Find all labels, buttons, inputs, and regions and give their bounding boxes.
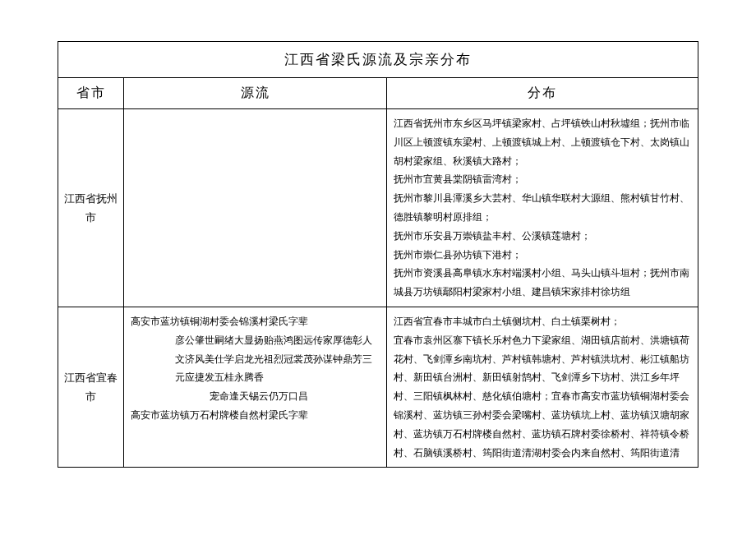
distribution-line: 抚州市宜黄县棠阴镇雷湾村；: [394, 170, 691, 189]
distribution-cell: 江西省抚州市东乡区马坪镇梁家村、占坪镇铁山村秋墟组；抚州市临川区上顿渡镇东梁村、…: [387, 109, 698, 307]
distribution-line: 江西省抚州市东乡区马坪镇梁家村、占坪镇铁山村秋墟组；抚州市临川区上顿渡镇东梁村、…: [394, 114, 691, 170]
title-row: 江西省梁氏源流及宗亲分布: [58, 42, 698, 78]
source-line: 彦公肇世嗣绪大显扬贻燕鸿图远传家厚德彰人文济风美仕学启龙光祖烈冠裳茂孙谋钟鼎芳三…: [131, 331, 380, 387]
source-line: 宠命逢天锡云仍万口昌: [131, 387, 380, 406]
table-title: 江西省梁氏源流及宗亲分布: [58, 42, 698, 78]
header-distribution: 分布: [387, 78, 698, 109]
table-row: 江西省宜春市 高安市蓝坊镇铜湖村委会锦溪村梁氏字辈 彦公肇世嗣绪大显扬贻燕鸿图远…: [58, 307, 698, 467]
distribution-line: 宜春市袁州区寨下镇长乐村色力下梁家组、湖田镇店前村、洪塘镇荷花村、飞剑潭乡南坑村…: [394, 331, 691, 463]
distribution-line: 抚州市乐安县万崇镇盐丰村、公溪镇莲塘村；: [394, 227, 691, 246]
province-cell: 江西省抚州市: [58, 109, 124, 307]
source-line: 高安市蓝坊镇万石村牌楼自然村梁氏字辈: [131, 406, 380, 425]
distribution-line: 抚州市黎川县潭溪乡大芸村、华山镇华联村大源组、熊村镇甘竹村、德胜镇黎明村原排组；: [394, 189, 691, 227]
header-row: 省市 源流 分布: [58, 78, 698, 109]
distribution-cell: 江西省宜春市丰城市白土镇侧坑村、白土镇栗树村；宜春市袁州区寨下镇长乐村色力下梁家…: [387, 307, 698, 467]
header-source: 源流: [124, 78, 387, 109]
header-province: 省市: [58, 78, 124, 109]
genealogy-table: 江西省梁氏源流及宗亲分布 省市 源流 分布 江西省抚州市 江西省抚州市东乡区马坪…: [58, 41, 698, 468]
source-line: 高安市蓝坊镇铜湖村委会锦溪村梁氏字辈: [131, 312, 380, 331]
distribution-line: 江西省宜春市丰城市白土镇侧坑村、白土镇栗树村；: [394, 312, 691, 331]
source-cell: [124, 109, 387, 307]
source-cell: 高安市蓝坊镇铜湖村委会锦溪村梁氏字辈 彦公肇世嗣绪大显扬贻燕鸿图远传家厚德彰人文…: [124, 307, 387, 467]
table-row: 江西省抚州市 江西省抚州市东乡区马坪镇梁家村、占坪镇铁山村秋墟组；抚州市临川区上…: [58, 109, 698, 307]
distribution-line: 抚州市崇仁县孙坊镇下港村；: [394, 246, 691, 265]
distribution-line: 抚州市资溪县高阜镇水东村端溪村小组、马头山镇斗垣村；抚州市南城县万坊镇鄢阳村梁家…: [394, 264, 691, 302]
province-cell: 江西省宜春市: [58, 307, 124, 467]
